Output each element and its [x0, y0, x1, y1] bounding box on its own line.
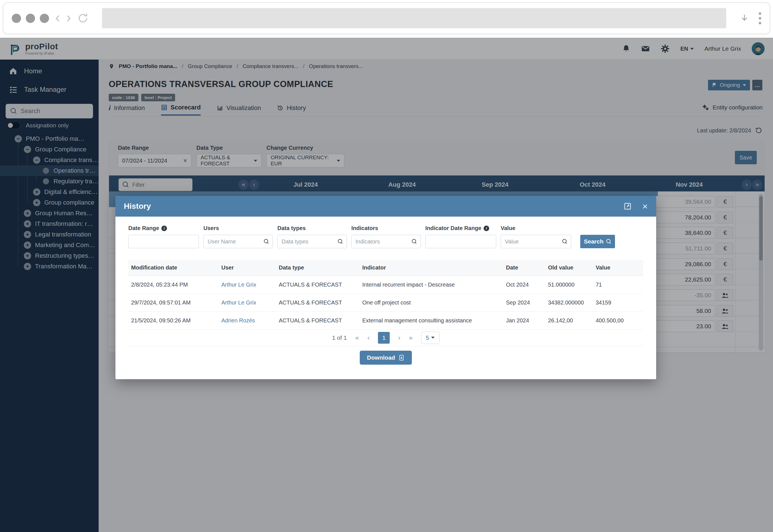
- reload-icon[interactable]: [77, 13, 88, 24]
- cell-data-type: ACTUALS & FORECAST: [276, 276, 359, 294]
- cell-user-link[interactable]: Arthur Le Grix: [219, 294, 276, 311]
- cell-user-link[interactable]: Adrien Rozès: [219, 311, 276, 329]
- download-page-icon[interactable]: [740, 13, 749, 23]
- back-icon[interactable]: ‹: [55, 10, 60, 25]
- download-button[interactable]: Download: [360, 351, 412, 365]
- history-table: Modification date User Data type Indicat…: [128, 260, 643, 330]
- table-row: 29/7/2024, 09:57:01 AM Arthur Le Grix AC…: [128, 294, 643, 311]
- field-label-indicators: Indicators: [351, 225, 421, 231]
- screenshot-root: ‹ ›: [0, 0, 773, 532]
- history-indicator-date-range-input[interactable]: [425, 235, 496, 248]
- search-icon: [412, 239, 417, 244]
- cell-old-value: 26.142,00: [545, 311, 593, 329]
- table-row: 21/5/2024, 09:50:26 AM Adrien Rozès ACTU…: [128, 311, 643, 329]
- col-old-value[interactable]: Old value: [545, 260, 593, 276]
- history-users-input[interactable]: [204, 235, 273, 248]
- cell-date: Oct 2024: [503, 276, 545, 294]
- table-row: 2/8/2024, 05:23:44 PM Arthur Le Grix ACT…: [128, 276, 643, 294]
- search-icon: [338, 239, 343, 244]
- search-icon: [606, 239, 611, 244]
- page-size-value: 5: [426, 334, 429, 341]
- cell-data-type: ACTUALS & FORECAST: [276, 311, 359, 329]
- history-value-input[interactable]: [501, 235, 571, 248]
- expand-icon[interactable]: [624, 202, 632, 210]
- cell-modification-date: 2/8/2024, 05:23:44 PM: [128, 276, 219, 294]
- cell-data-type: ACTUALS & FORECAST: [276, 294, 359, 311]
- pagination: 1 of 1 « ‹ 1 › » 5: [128, 330, 643, 346]
- search-icon: [264, 239, 269, 244]
- prev-page-icon[interactable]: ‹: [367, 334, 370, 341]
- cell-user-link[interactable]: Arthur Le Grix: [219, 276, 276, 294]
- history-modal: History × Date Rangei User: [115, 196, 656, 379]
- download-file-icon: [398, 355, 405, 361]
- cell-old-value: 34382.000000: [545, 294, 593, 311]
- close-icon[interactable]: ×: [642, 201, 648, 211]
- cell-value: 400.500,00: [593, 311, 643, 329]
- next-page-icon[interactable]: ›: [398, 334, 400, 341]
- col-value[interactable]: Value: [593, 260, 643, 276]
- cell-modification-date: 21/5/2024, 09:50:26 AM: [128, 311, 219, 329]
- search-button[interactable]: Search: [580, 235, 615, 248]
- window-dot[interactable]: [12, 14, 21, 23]
- window-dot[interactable]: [40, 14, 49, 23]
- history-date-range-input[interactable]: [128, 235, 199, 248]
- info-icon[interactable]: i: [161, 226, 167, 231]
- history-indicators-input[interactable]: [351, 235, 421, 248]
- chevron-down-icon: [431, 337, 435, 339]
- modal-title: History: [124, 202, 151, 211]
- col-modification-date[interactable]: Modification date: [128, 260, 219, 276]
- col-date[interactable]: Date: [503, 260, 545, 276]
- field-label-value: Value: [501, 225, 571, 231]
- field-label-date-range: Date Rangei: [128, 225, 199, 231]
- cell-value: 71: [593, 276, 643, 294]
- first-page-icon[interactable]: «: [355, 334, 359, 341]
- cell-date: Sep 2024: [503, 294, 545, 311]
- search-icon: [562, 239, 567, 244]
- last-page-icon[interactable]: »: [409, 334, 412, 341]
- col-user[interactable]: User: [219, 260, 276, 276]
- browser-menu-icon[interactable]: [759, 12, 761, 24]
- col-data-type[interactable]: Data type: [276, 260, 359, 276]
- page-size-select[interactable]: 5: [421, 332, 440, 344]
- current-page-button[interactable]: 1: [378, 332, 390, 344]
- table-header-row: Modification date User Data type Indicat…: [128, 260, 643, 276]
- field-label-users: Users: [204, 225, 273, 231]
- forward-icon[interactable]: ›: [66, 10, 71, 25]
- window-dot[interactable]: [26, 14, 35, 23]
- cell-indicator: External management consulting assistanc…: [359, 311, 503, 329]
- col-indicator[interactable]: Indicator: [359, 260, 503, 276]
- history-filter-form: Date Rangei Users Data types Indicators: [128, 225, 643, 248]
- cell-modification-date: 29/7/2024, 09:57:01 AM: [128, 294, 219, 311]
- field-label-data-types: Data types: [277, 225, 347, 231]
- cell-date: Jan 2024: [503, 311, 545, 329]
- history-data-types-input[interactable]: [277, 235, 347, 248]
- browser-chrome: ‹ ›: [3, 2, 770, 34]
- browser-url-bar[interactable]: [102, 8, 726, 28]
- cell-indicator: One off project cost: [359, 294, 503, 311]
- pagination-summary: 1 of 1: [332, 334, 347, 341]
- field-label-indicator-date-range: Indicator Date Rangei: [425, 225, 496, 231]
- cell-indicator: Internal recurrent impact - Descrease: [359, 276, 503, 294]
- cell-old-value: 51.000000: [545, 276, 593, 294]
- window-controls[interactable]: [12, 14, 49, 23]
- info-icon[interactable]: i: [483, 226, 489, 231]
- modal-header: History ×: [115, 196, 656, 217]
- cell-value: 34159: [593, 294, 643, 311]
